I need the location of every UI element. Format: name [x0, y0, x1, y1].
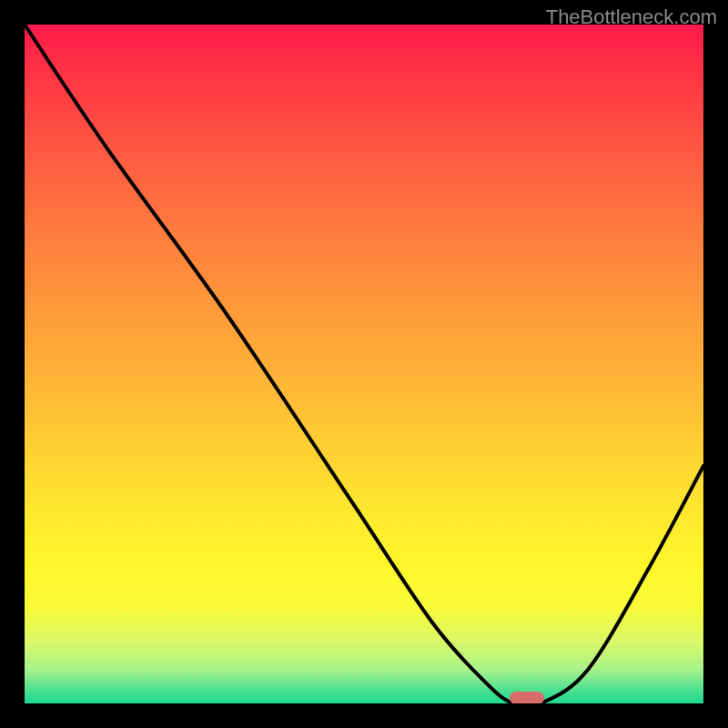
optimum-marker [510, 692, 543, 703]
chart-plot-area [25, 25, 703, 703]
watermark-text: TheBottleneck.com [546, 5, 717, 29]
bottleneck-curve [25, 25, 703, 703]
curve-path [25, 25, 703, 703]
